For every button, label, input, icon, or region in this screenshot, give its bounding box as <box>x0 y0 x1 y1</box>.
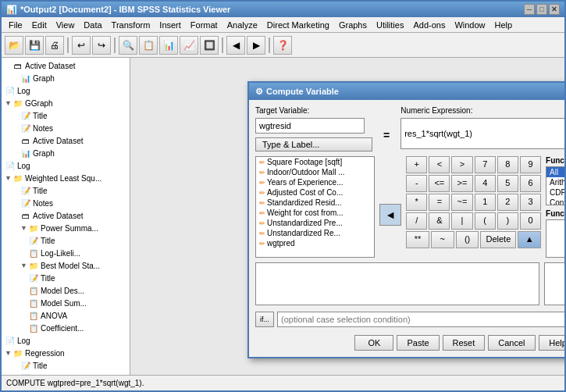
maximize-button[interactable]: □ <box>536 4 547 15</box>
function-group-list[interactable]: All Arithmetic CDF & Noncentral CDF Conv… <box>546 166 564 205</box>
menu-view[interactable]: View <box>52 20 79 30</box>
paste-button[interactable]: Paste <box>397 335 439 351</box>
tree-item-log-3[interactable]: 📄 Log <box>3 334 128 347</box>
tree-item-title-1[interactable]: 📝 Title <box>19 109 128 122</box>
btn-1[interactable]: 1 <box>475 194 496 211</box>
menu-edit[interactable]: Edit <box>28 20 51 30</box>
menu-help[interactable]: Help <box>491 20 517 30</box>
goto-button[interactable]: 🔍 <box>119 36 137 55</box>
find-button[interactable]: 📋 <box>139 36 158 55</box>
tree-item-notes-2[interactable]: 📝 Notes <box>19 197 128 209</box>
menu-file[interactable]: File <box>5 20 27 30</box>
transfer-button[interactable]: ◄ <box>379 204 401 226</box>
menu-addons[interactable]: Add-ons <box>409 20 449 30</box>
reset-button[interactable]: Reset <box>443 335 486 351</box>
case-condition-input[interactable] <box>277 312 564 327</box>
redo-button[interactable]: ↪ <box>92 36 111 55</box>
tree-item-power-summa[interactable]: ▼ 📁 Power Summa... <box>19 222 128 234</box>
print-button[interactable]: 🖨 <box>45 36 64 55</box>
menu-utilities[interactable]: Utilities <box>372 20 408 30</box>
tree-item-log-1[interactable]: 📄 Log <box>3 84 128 97</box>
tree-item-graph-2[interactable]: 📊 Graph <box>19 147 128 159</box>
var-item-indoor[interactable]: ✏ Indoor/Outdoor Mall ... <box>256 167 374 177</box>
help-button[interactable]: ❓ <box>273 36 292 55</box>
btn-rparen[interactable]: ) <box>497 212 518 230</box>
btn-gt[interactable]: > <box>451 156 472 173</box>
var-item-years[interactable]: ✏ Years of Experience... <box>256 177 374 187</box>
var-item-unstd-re[interactable]: ✏ Unstandardized Re... <box>256 228 374 238</box>
save-button[interactable]: 💾 <box>25 36 44 55</box>
ok-button[interactable]: OK <box>354 335 393 351</box>
btn-minus[interactable]: - <box>406 175 427 192</box>
btn-not[interactable]: ~ <box>431 231 454 248</box>
btn-parens[interactable]: () <box>456 231 479 248</box>
collapse-button[interactable]: ◀ <box>226 36 245 55</box>
menu-data[interactable]: Data <box>80 20 105 30</box>
btn-2[interactable]: 2 <box>497 194 518 211</box>
var-item-wgtpred[interactable]: ✏ wgtpred <box>256 238 374 248</box>
case-if-button[interactable]: if... <box>255 312 274 327</box>
undo-button[interactable]: ↩ <box>72 36 91 55</box>
expand-button[interactable]: ▶ <box>247 36 265 55</box>
btn-and[interactable]: & <box>429 212 450 230</box>
tree-item-title-4[interactable]: 📝 Title <box>27 272 128 284</box>
menu-direct-marketing[interactable]: Direct Marketing <box>263 20 333 30</box>
open-button[interactable]: 📂 <box>5 36 23 55</box>
func-conversion[interactable]: Conversion <box>546 198 564 205</box>
btn-7[interactable]: 7 <box>475 156 496 173</box>
btn-eq[interactable]: = <box>429 194 450 211</box>
tree-item-active-dataset-3[interactable]: 🗃 Active Dataset <box>19 209 128 222</box>
btn-4[interactable]: 4 <box>475 175 496 192</box>
numeric-expression-box[interactable]: res_1*sqrt(wgt_1) <box>400 118 564 149</box>
help-button-dialog[interactable]: Help <box>539 335 564 351</box>
var-item-adj-cost[interactable]: ✏ Adjusted Cost of Co... <box>256 187 374 198</box>
tree-item-coefficient-1[interactable]: 📋 Coefficient... <box>27 322 128 334</box>
func-all[interactable]: All <box>546 167 564 177</box>
tree-item-best-model[interactable]: ▼ 📁 Best Model Sta... <box>19 259 128 272</box>
menu-graphs[interactable]: Graphs <box>335 20 371 30</box>
btn-power[interactable]: ** <box>406 231 429 248</box>
func-arithmetic[interactable]: Arithmetic <box>546 177 564 187</box>
minimize-button[interactable]: ─ <box>524 4 535 15</box>
expression-area[interactable] <box>255 262 539 305</box>
tree-item-active-dataset-1[interactable]: 🗃 Active Dataset <box>11 59 128 72</box>
btn-multiply[interactable]: * <box>406 194 427 211</box>
tree-item-title-5[interactable]: 📝 Title <box>19 359 128 372</box>
btn-8[interactable]: 8 <box>497 156 518 173</box>
tree-item-active-dataset-2[interactable]: 🗃 Active Dataset <box>19 134 128 147</box>
cancel-button[interactable]: Cancel <box>488 335 535 351</box>
menu-insert[interactable]: Insert <box>155 20 185 30</box>
btn-lparen[interactable]: ( <box>475 212 496 230</box>
btn-lte[interactable]: <= <box>429 175 450 192</box>
btn-plus[interactable]: + <box>406 156 427 173</box>
pivot-button[interactable]: 📈 <box>180 36 198 55</box>
tree-item-anova-1[interactable]: 📋 ANOVA <box>27 309 128 322</box>
tree-item-log-2[interactable]: 📄 Log <box>3 159 128 172</box>
tree-item-log-likeli[interactable]: 📋 Log-Likeli... <box>27 247 128 259</box>
var-item-sqft[interactable]: ✏ Square Footage [sqft] <box>256 157 374 167</box>
menu-analyze[interactable]: Analyze <box>223 20 262 30</box>
insert-button[interactable]: 📊 <box>159 36 178 55</box>
menu-window[interactable]: Window <box>450 20 489 30</box>
tree-item-regression[interactable]: ▼ 📁 Regression <box>3 347 128 359</box>
var-item-std-resid[interactable]: ✏ Standardized Resid... <box>256 198 374 208</box>
menu-transform[interactable]: Transform <box>108 20 155 30</box>
tree-item-title-2[interactable]: 📝 Title <box>19 184 128 197</box>
btn-divide[interactable]: / <box>406 212 427 230</box>
btn-0[interactable]: 0 <box>520 212 541 230</box>
tree-item-title-3[interactable]: 📝 Title <box>27 234 128 247</box>
var-item-weight[interactable]: ✏ Weight for cost from... <box>256 208 374 218</box>
btn-3[interactable]: 3 <box>520 194 541 211</box>
btn-up[interactable]: ▲ <box>518 231 541 248</box>
tree-item-graph-1[interactable]: 📊 Graph <box>19 72 128 84</box>
select-button[interactable]: 🔲 <box>200 36 219 55</box>
tree-item-weighted-least[interactable]: ▼ 📁 Weighted Least Squ... <box>3 172 128 184</box>
tree-item-model-sum[interactable]: 📋 Model Sum... <box>27 297 128 309</box>
tree-item-model-des[interactable]: 📋 Model Des... <box>27 284 128 297</box>
target-variable-input[interactable] <box>255 118 365 134</box>
btn-5[interactable]: 5 <box>497 175 518 192</box>
functions-special-list[interactable] <box>546 219 564 258</box>
tree-item-notes-1[interactable]: 📝 Notes <box>19 122 128 134</box>
btn-or[interactable]: | <box>451 212 472 230</box>
btn-neq[interactable]: ~= <box>451 194 472 211</box>
